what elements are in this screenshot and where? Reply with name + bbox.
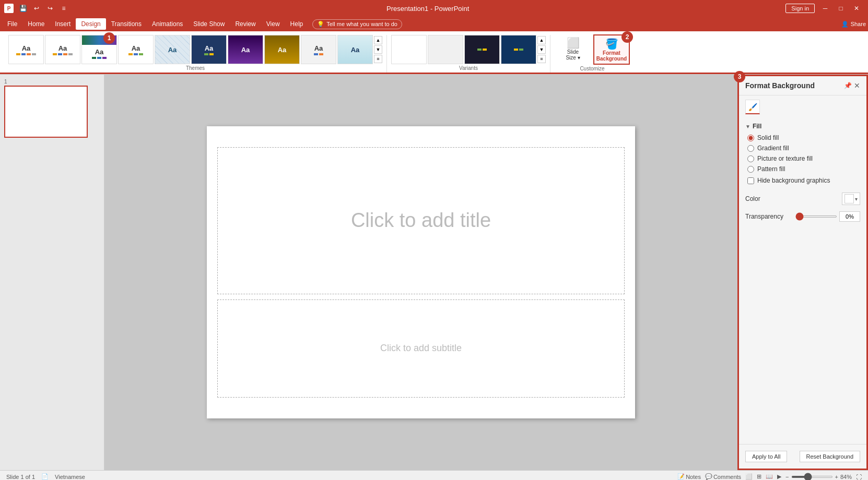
variant-scroll: ▲ ▼ ≡ <box>537 35 546 64</box>
panel-header-controls: 📌 ✕ <box>844 81 860 90</box>
callout-1: 1 <box>103 32 115 44</box>
zoom-percent-label: 84% <box>840 474 852 480</box>
theme-scroll-more[interactable]: ≡ <box>374 55 382 63</box>
zoom-controls: − + 84% <box>785 474 852 480</box>
color-picker-button[interactable]: ▾ <box>842 193 860 205</box>
transparency-input[interactable]: 0% <box>839 211 860 222</box>
theme-scroll-down[interactable]: ▼ <box>374 45 382 54</box>
apply-to-all-button[interactable]: Apply to All <box>745 451 787 462</box>
close-button[interactable]: ✕ <box>849 3 864 14</box>
slide-panel: 1 <box>0 75 104 470</box>
theme-office[interactable]: Aa <box>45 35 80 64</box>
menu-review[interactable]: Review <box>230 18 261 30</box>
tell-me-input[interactable]: 💡 Tell me what you want to do <box>312 19 402 29</box>
theme-blank[interactable]: Aa <box>8 35 44 64</box>
theme-pattern[interactable]: Aa <box>155 35 190 64</box>
app-title: Presentation1 - PowerPoint <box>70 5 785 13</box>
panel-icon-row: 🖌️ <box>739 95 866 118</box>
menu-help[interactable]: Help <box>285 18 309 30</box>
fill-options: Solid fill Gradient fill Picture or text… <box>745 134 860 184</box>
minimize-button[interactable]: ─ <box>818 3 832 14</box>
main-area: 1 Click to add title Click to add subtit… <box>0 75 868 470</box>
fill-section-header[interactable]: ▼ Fill <box>745 123 860 130</box>
menu-view[interactable]: View <box>261 18 285 30</box>
variants-group: ▲ ▼ ≡ Variants <box>387 35 550 73</box>
color-swatch <box>844 194 854 203</box>
view-reading-button[interactable]: 📖 <box>766 473 773 480</box>
format-background-button[interactable]: 🪣 FormatBackground 2 <box>593 34 630 65</box>
variant-2[interactable] <box>428 35 463 64</box>
notes-button[interactable]: 📝 Notes <box>677 473 701 480</box>
slide-size-button[interactable]: ⬜ SlideSize ▾ <box>555 34 591 63</box>
color-label: Color <box>745 195 760 202</box>
zoom-slider[interactable] <box>791 476 833 478</box>
variant-scroll-more[interactable]: ≡ <box>537 55 546 63</box>
ribbon-content: Aa Aa <box>0 31 868 73</box>
theme-scroll-up[interactable]: ▲ <box>374 36 382 44</box>
variant-scroll-down[interactable]: ▼ <box>537 45 546 54</box>
share-button[interactable]: 👤 Share <box>841 21 866 28</box>
variant-4[interactable] <box>501 35 536 64</box>
variant-3[interactable] <box>464 35 500 64</box>
zoom-out-button[interactable]: − <box>785 474 789 480</box>
theme-grey[interactable]: Aa <box>301 35 336 64</box>
variants-label: Variants <box>391 65 546 73</box>
save-button[interactable]: 💾 <box>17 2 29 15</box>
menu-file[interactable]: File <box>2 18 22 30</box>
slide-info: Slide 1 of 1 <box>6 474 35 480</box>
subtitle-placeholder[interactable]: Click to add subtitle <box>217 299 625 398</box>
slide-size-label: SlideSize ▾ <box>566 49 580 61</box>
solid-fill-radio[interactable] <box>747 135 754 141</box>
hide-background-option[interactable]: Hide background graphics <box>747 177 860 184</box>
pattern-fill-radio[interactable] <box>747 166 754 173</box>
slide-thumbnail[interactable] <box>4 86 88 138</box>
customize-quick-access-button[interactable]: ≡ <box>57 2 70 15</box>
view-normal-button[interactable]: ⬜ <box>745 473 753 480</box>
menu-slideshow[interactable]: Slide Show <box>188 18 230 30</box>
title-placeholder[interactable]: Click to add title <box>217 147 625 294</box>
theme-purple[interactable]: Aa <box>228 35 263 64</box>
panel-header: Format Background 📌 ✕ <box>739 76 866 95</box>
view-slideshow-button[interactable]: ▶ <box>777 473 781 480</box>
customize-label: Customize <box>555 65 630 73</box>
fit-window-button[interactable]: ⛶ <box>856 474 862 480</box>
fill-tab-button[interactable]: 🖌️ <box>745 100 760 114</box>
variant-1[interactable] <box>391 35 427 64</box>
view-slide-sorter-button[interactable]: ⊞ <box>757 473 761 480</box>
picture-texture-fill-option[interactable]: Picture or texture fill <box>747 155 860 162</box>
theme-light-blue[interactable]: Aa <box>337 35 373 64</box>
zoom-in-button[interactable]: + <box>835 474 838 480</box>
menu-insert[interactable]: Insert <box>50 18 76 30</box>
menu-animations[interactable]: Animations <box>147 18 188 30</box>
title-bar-left: P 💾 ↩ ↪ ≡ <box>4 2 70 15</box>
restore-button[interactable]: □ <box>834 3 848 14</box>
menu-design[interactable]: Design <box>76 18 105 30</box>
menu-transitions[interactable]: Transitions <box>106 18 147 30</box>
signin-button[interactable]: Sign in <box>785 4 815 13</box>
gradient-fill-radio[interactable] <box>747 145 754 152</box>
theme-blue-dark[interactable]: Aa <box>191 35 227 64</box>
redo-button[interactable]: ↪ <box>44 2 56 15</box>
gradient-fill-option[interactable]: Gradient fill <box>747 145 860 152</box>
undo-button[interactable]: ↩ <box>30 2 43 15</box>
solid-fill-option[interactable]: Solid fill <box>747 134 860 141</box>
theme-dark[interactable]: Aa <box>118 35 154 64</box>
hide-background-checkbox[interactable] <box>747 177 754 184</box>
transparency-slider[interactable] <box>795 215 837 218</box>
slide-size-icon: ⬜ <box>567 37 580 49</box>
notes-label: Notes <box>686 474 701 480</box>
status-bar: Slide 1 of 1 📄 Vietnamese 📝 Notes 💬 Comm… <box>0 470 868 480</box>
reset-background-button[interactable]: Reset Background <box>800 451 861 462</box>
fill-collapse-arrow: ▼ <box>745 124 750 129</box>
notes-icon: 📄 <box>41 473 49 480</box>
variant-scroll-up[interactable]: ▲ <box>537 36 546 44</box>
close-panel-button[interactable]: ✕ <box>854 81 860 90</box>
comments-button[interactable]: 💬 Comments <box>705 473 741 480</box>
menu-home[interactable]: Home <box>22 18 50 30</box>
pattern-fill-option[interactable]: Pattern fill <box>747 165 860 173</box>
lightbulb-icon: 💡 <box>317 21 324 28</box>
pin-button[interactable]: 📌 <box>844 82 852 89</box>
fill-label: Fill <box>753 123 761 130</box>
theme-gold[interactable]: Aa <box>264 35 300 64</box>
picture-fill-radio[interactable] <box>747 155 754 162</box>
